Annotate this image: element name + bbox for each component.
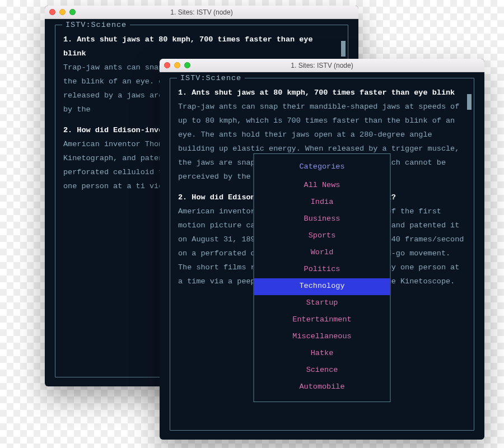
menu-item-business[interactable]: Business [254, 211, 390, 228]
terminal-body: ISTV:Science 1. Ants shut jaws at 80 kmp… [160, 72, 484, 440]
scrollbar-thumb[interactable] [341, 41, 346, 57]
menu-item-sports[interactable]: Sports [254, 228, 390, 245]
scrollbar-thumb[interactable] [467, 94, 472, 110]
window-title: 1. Sites: ISTV (node) [45, 8, 358, 16]
window-title: 1. Sites: ISTV (node) [160, 62, 484, 69]
titlebar[interactable]: 1. Sites: ISTV (node) [160, 59, 484, 72]
menu-item-hatke[interactable]: Hatke [254, 346, 390, 362]
terminal-window-front: 1. Sites: ISTV (node) ISTV:Science 1. An… [160, 59, 484, 440]
menu-item-miscellaneous[interactable]: Miscellaneous [254, 329, 390, 346]
menu-title: Categories [254, 158, 390, 178]
menu-item-science[interactable]: Science [254, 362, 390, 379]
menu-item-india[interactable]: India [254, 194, 390, 211]
traffic-lights [49, 9, 76, 15]
menu-item-technology[interactable]: Technology [254, 278, 390, 295]
frame-label: ISTV:Science [177, 72, 245, 86]
frame-label: ISTV:Science [62, 19, 130, 32]
close-icon[interactable] [49, 9, 55, 15]
traffic-lights [164, 62, 190, 68]
menu-item-entertainment[interactable]: Entertainment [254, 312, 390, 329]
menu-item-politics[interactable]: Politics [254, 262, 390, 278]
menu-item-all-news[interactable]: All News [254, 178, 390, 194]
zoom-icon[interactable] [184, 62, 190, 68]
minimize-icon[interactable] [59, 9, 66, 15]
menu-item-automobile[interactable]: Automobile [254, 379, 390, 396]
story-headline: 1. Ants shut jaws at 80 kmph, 700 times … [178, 86, 466, 100]
story-headline: 1. Ants shut jaws at 80 kmph, 700 times … [63, 33, 340, 61]
close-icon[interactable] [164, 62, 170, 68]
categories-menu[interactable]: Categories All NewsIndiaBusinessSportsWo… [254, 153, 391, 402]
menu-item-world[interactable]: World [254, 245, 390, 262]
minimize-icon[interactable] [174, 62, 180, 68]
zoom-icon[interactable] [69, 9, 76, 15]
menu-item-startup[interactable]: Startup [254, 295, 390, 312]
titlebar[interactable]: 1. Sites: ISTV (node) [45, 6, 358, 19]
